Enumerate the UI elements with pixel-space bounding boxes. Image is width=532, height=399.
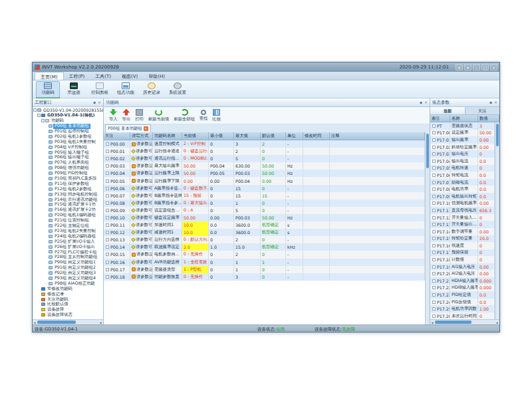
- column-header-9[interactable]: 修改时间: [303, 132, 330, 140]
- close-button[interactable]: ×: [490, 64, 497, 70]
- row-checkbox[interactable]: [432, 279, 436, 283]
- row-checkbox[interactable]: [432, 174, 436, 177]
- tree-group-p24组[interactable]: P24组 电机2编码器组: [33, 233, 103, 239]
- menu-item-3[interactable]: 工具(T): [90, 72, 116, 80]
- row-checkbox[interactable]: [432, 124, 436, 128]
- expander-icon[interactable]: -: [37, 114, 41, 117]
- cell-current-value[interactable]: 0：键盘运行…: [182, 148, 209, 155]
- status-row[interactable]: P17.23PID给定值0.0: [430, 291, 495, 299]
- row-checkbox[interactable]: [432, 152, 436, 156]
- cell-current-value[interactable]: 0：A: [182, 207, 209, 214]
- expander-icon[interactable]: -: [33, 108, 37, 112]
- tree-group-p01组[interactable]: P01组 起停控制组: [33, 129, 103, 134]
- row-checkbox[interactable]: [106, 216, 109, 219]
- column-header-4[interactable]: 当前值: [182, 132, 209, 140]
- toolbar-refresh-all-button[interactable]: 刷新全部组: [174, 109, 194, 122]
- status-row[interactable]: P17.00设定频率50.00: [430, 130, 495, 137]
- row-checkbox[interactable]: [106, 275, 109, 279]
- row-checkbox[interactable]: [106, 150, 109, 153]
- status-vertical-scrollbar[interactable]: [495, 122, 499, 319]
- status-row[interactable]: P17.12开关量输入…0: [430, 214, 495, 221]
- cell-current-value[interactable]: 0：键盘数字…: [182, 185, 209, 192]
- row-checkbox[interactable]: [432, 195, 436, 198]
- tree-group-p12组[interactable]: P12组 电机2参数组: [33, 186, 103, 192]
- tree-group-p00组[interactable]: P00组 基本功能组: [33, 124, 103, 129]
- pin-icon[interactable]: ▪: [93, 100, 96, 104]
- status-row[interactable]: P17.21HDIA输入频率0.000: [430, 277, 495, 285]
- row-checkbox[interactable]: [432, 166, 436, 170]
- cell-current-value[interactable]: 0.00: [182, 177, 209, 184]
- tree-tool[interactable]: 常修改功能码: [33, 286, 103, 291]
- table-row[interactable]: P00.07读参数可…B频率指令选择15：预留01515-: [104, 192, 425, 200]
- status-tab-1[interactable]: 当前: [430, 107, 466, 114]
- cell-current-value[interactable]: 50.00: [182, 214, 209, 221]
- row-checkbox[interactable]: [106, 157, 109, 160]
- row-checkbox[interactable]: [106, 194, 109, 198]
- tree-group-p91组[interactable]: P91组 自定义功能组2: [33, 265, 103, 271]
- toolbar-compare-button[interactable]: 比较: [212, 109, 221, 122]
- ribbon-button-2[interactable]: 示波器: [62, 81, 86, 98]
- table-row[interactable]: P00.00读参数运…速度控制模式2：V/F控制032-: [104, 140, 425, 148]
- toolbar-print-button[interactable]: 打印: [135, 109, 144, 122]
- status-column-header-3[interactable]: 数值: [478, 115, 499, 122]
- row-checkbox[interactable]: [106, 180, 109, 183]
- pin-icon[interactable]: ▪: [489, 100, 492, 104]
- tree-group-p05组[interactable]: P05组 输入端子组: [33, 150, 103, 155]
- tree-group-p90组[interactable]: P90组 自定义功能组1: [33, 260, 103, 265]
- tree-group-p26组[interactable]: P26组 扩展I/O卡输出: [33, 244, 103, 249]
- row-checkbox[interactable]: [432, 138, 436, 142]
- menu-item-2[interactable]: 工程(P): [64, 72, 90, 80]
- status-tab-2[interactable]: 关注: [466, 107, 500, 114]
- toolbar-import-button[interactable]: 导入: [109, 109, 118, 122]
- tree-group-p98组[interactable]: P98组 AIAO校正功能: [33, 281, 103, 286]
- cell-current-value[interactable]: 1：全程有效: [182, 259, 209, 266]
- status-row[interactable]: P17.09电机输出转矩0.0: [430, 193, 495, 200]
- table-row[interactable]: P00.01读参数可…运行指令通道0：键盘运行…020-: [104, 148, 425, 155]
- cell-current-value[interactable]: 50.00: [182, 170, 209, 177]
- status-row[interactable]: PT变频器状态3: [430, 122, 495, 130]
- table-row[interactable]: P00.17读参数运…变频器类型1：P型机010-: [104, 266, 425, 273]
- table-row[interactable]: P00.08读参数可…B频率指令参…0：最大输出…010-: [104, 200, 425, 207]
- cell-current-value[interactable]: 0：默认方向…: [182, 236, 209, 243]
- close-panel-icon[interactable]: ×: [98, 100, 101, 104]
- status-row[interactable]: P17.05电机转速0: [430, 165, 495, 172]
- row-checkbox[interactable]: [432, 146, 436, 149]
- row-checkbox[interactable]: [106, 268, 109, 271]
- row-checkbox[interactable]: [106, 142, 109, 146]
- row-checkbox[interactable]: [106, 164, 109, 168]
- close-panel-icon[interactable]: ×: [424, 100, 428, 104]
- cell-current-value[interactable]: 2.0: [182, 243, 209, 251]
- table-row[interactable]: P00.10读参数可…键盘设定频率50.000.00P00.0350.00Hz: [104, 214, 425, 221]
- row-checkbox[interactable]: [432, 286, 436, 289]
- tree-root[interactable]: -GD350-V1.04-202009281558: [33, 108, 103, 113]
- row-checkbox[interactable]: [106, 201, 109, 205]
- row-checkbox[interactable]: [432, 244, 436, 247]
- row-checkbox[interactable]: [106, 187, 109, 190]
- table-row[interactable]: P00.04读参数运…运行频率上限50.00P00.05P00.0350.00H…: [104, 170, 425, 177]
- column-header-10[interactable]: 注释: [330, 132, 425, 140]
- status-row[interactable]: P17.25电机功率因数1.00: [430, 305, 495, 313]
- status-column-header-2[interactable]: 名称: [450, 115, 478, 122]
- maximize-button[interactable]: □: [481, 64, 489, 70]
- row-checkbox[interactable]: [432, 301, 436, 304]
- status-row[interactable]: P17.18计数值0: [430, 256, 495, 263]
- tree-tool[interactable]: 修改记录: [33, 291, 103, 297]
- tree-group-p04组[interactable]: P04组 V/F控制组: [33, 144, 103, 150]
- tree-tool[interactable]: 关注功能码: [33, 297, 103, 302]
- tree-tool[interactable]: 设备故障: [33, 307, 103, 313]
- table-row[interactable]: P00.02读参数可…通讯运行指…0：MODBU…050-: [104, 155, 425, 162]
- status-row[interactable]: P17.13开关量输出…0: [430, 221, 495, 228]
- cell-current-value[interactable]: 0：无操作: [182, 251, 209, 258]
- table-row[interactable]: P00.14读参数可…载波频率设定2.01.015.0机型确定kHz: [104, 243, 425, 251]
- tree-group-p06组[interactable]: P06组 输出端子组: [33, 155, 103, 160]
- column-header-7[interactable]: 默认值: [261, 132, 286, 140]
- status-row[interactable]: P17.22HDIB输入频率0.000: [430, 285, 495, 292]
- column-header-2[interactable]: 读写方式: [130, 132, 153, 140]
- status-row[interactable]: P17.03输出电压0: [430, 150, 495, 158]
- row-checkbox[interactable]: [432, 315, 436, 318]
- status-row[interactable]: P17.11直流母线电压656.3: [430, 207, 495, 214]
- tree-group-p93组[interactable]: P93组 自定义功能组4: [33, 276, 103, 281]
- row-checkbox[interactable]: [106, 231, 109, 234]
- status-row[interactable]: P17.20AI2输入电压0.00: [430, 270, 495, 277]
- status-row[interactable]: P17.16线速度0: [430, 242, 495, 249]
